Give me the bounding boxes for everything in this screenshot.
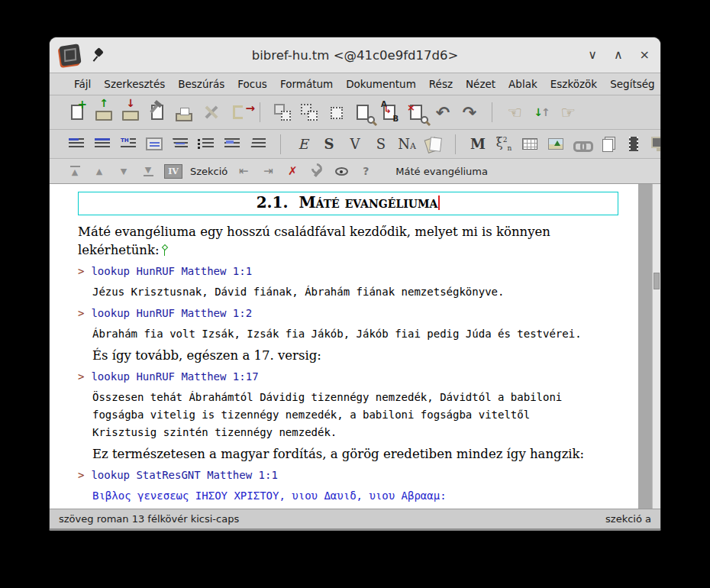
statusbar: szöveg roman 13 félkövér kicsi-caps szek… bbox=[50, 509, 660, 528]
status-right-text: szekció a bbox=[605, 513, 651, 525]
theorem-env-icon[interactable]: TH bbox=[118, 134, 138, 154]
command-output-greek[interactable]: Βιβλος γενεσεως ΙΗΣΟΥ ΧΡΙΣΤΟΥ, υιου Δαυι… bbox=[78, 487, 620, 505]
table-icon[interactable] bbox=[520, 134, 540, 154]
toolbar-separator bbox=[492, 102, 492, 122]
menu-segitseg[interactable]: Segítség bbox=[610, 78, 654, 90]
itemize-icon[interactable] bbox=[196, 134, 216, 154]
prominent-env-icon[interactable] bbox=[144, 134, 164, 154]
paragraph-continue[interactable]: És így tovább, egészen a 17. versig: bbox=[78, 347, 620, 365]
preview-eye-icon[interactable] bbox=[333, 163, 350, 179]
multiple-pages-icon[interactable] bbox=[598, 134, 618, 154]
symbol-icon[interactable]: ξ2n bbox=[494, 134, 514, 154]
link-icon[interactable] bbox=[572, 134, 592, 154]
format-toolbar: TH E S V S NA M ξ2n bbox=[50, 130, 660, 159]
sample-icon[interactable]: S bbox=[371, 134, 391, 154]
menu-szerkesztes[interactable]: Szerkesztés bbox=[104, 78, 165, 90]
float-env-icon[interactable] bbox=[222, 134, 242, 154]
animation-icon[interactable] bbox=[624, 134, 644, 154]
properties-wrench-icon[interactable] bbox=[308, 163, 325, 179]
strong-icon[interactable]: S bbox=[319, 134, 339, 154]
status-left-text: szöveg roman 13 félkövér kicsi-caps bbox=[59, 513, 239, 525]
command-output[interactable]: Összesen tehát Ábrahámtól Dávidig tizenn… bbox=[78, 389, 620, 406]
copy-icon[interactable] bbox=[299, 101, 320, 124]
close-button[interactable]: × bbox=[640, 49, 650, 61]
menu-beszuras[interactable]: Beszúrás bbox=[178, 78, 224, 90]
focus-mode-label[interactable]: Szekció bbox=[190, 166, 228, 177]
delete-focus-icon[interactable]: ✗ bbox=[284, 163, 301, 179]
menu-focus[interactable]: Focus bbox=[237, 78, 267, 90]
command-output[interactable]: Jézus Krisztusnak, Dávid fiának, Ábrahám… bbox=[78, 283, 620, 301]
save-document-icon[interactable]: ↓ bbox=[120, 101, 141, 124]
scrollbar-thumb[interactable] bbox=[654, 273, 660, 289]
focus-context-label: Máté evangéliuma bbox=[395, 166, 488, 177]
menu-formatum[interactable]: Formátum bbox=[280, 78, 333, 90]
focus-last-icon[interactable]: ▼ bbox=[140, 163, 157, 179]
replace-icon[interactable]: A ↳ B bbox=[379, 101, 400, 124]
exit-left-icon[interactable]: ⇤ bbox=[235, 163, 252, 179]
vertical-scrollbar[interactable] bbox=[652, 184, 660, 509]
numbering-toggle-badge[interactable]: IV bbox=[164, 164, 182, 179]
section-style-icon[interactable] bbox=[66, 134, 86, 154]
label-anchor-marker bbox=[161, 244, 167, 256]
indent-env-icon[interactable] bbox=[248, 134, 268, 154]
color-icon[interactable] bbox=[423, 134, 443, 154]
maximize-button[interactable]: ∧ bbox=[614, 49, 623, 61]
redo-icon[interactable]: ↷ bbox=[459, 101, 480, 124]
pin-icon[interactable] bbox=[92, 47, 108, 63]
command-line[interactable]: >lookup HunRUF Matthew 1:2 bbox=[78, 305, 620, 322]
exit-right-icon[interactable]: ⇥ bbox=[260, 163, 276, 179]
toolbar-separator bbox=[280, 134, 281, 154]
focus-first-icon[interactable]: ▲ bbox=[66, 163, 83, 179]
command-output[interactable]: fogságba vitelig is tizennégy nemzedék, … bbox=[78, 406, 620, 424]
undo-icon[interactable]: ↶ bbox=[432, 101, 453, 124]
focus-previous-icon[interactable]: ▲ bbox=[91, 163, 108, 179]
typeset-icon[interactable] bbox=[147, 101, 168, 124]
document-page[interactable]: 2.1.Máté evangéliuma Máté evangéliuma eg… bbox=[50, 184, 638, 509]
command-output[interactable]: Ábrahám fia volt Izsák, Izsák fia Jákób,… bbox=[78, 325, 620, 343]
section-focus-box[interactable]: 2.1.Máté evangéliuma bbox=[78, 192, 618, 215]
quote-env-icon[interactable] bbox=[170, 134, 190, 154]
command-line[interactable]: >lookup StatResGNT Matthew 1:1 bbox=[78, 467, 620, 484]
toolbar-separator bbox=[455, 134, 456, 154]
command-line[interactable]: >lookup HunRUF Matthew 1:17 bbox=[78, 368, 620, 386]
command-line[interactable]: >lookup StatResGNT Matthew 1:2 bbox=[78, 508, 620, 509]
spellcheck-icon[interactable]: × bbox=[405, 101, 427, 124]
command-output[interactable]: Krisztusig szintén tizennégy nemzedék. bbox=[78, 424, 620, 441]
print-icon[interactable] bbox=[173, 101, 195, 124]
cut-icon[interactable] bbox=[272, 101, 293, 124]
focus-next-icon[interactable]: ▼ bbox=[115, 163, 132, 179]
verbatim-icon[interactable]: V bbox=[345, 134, 365, 154]
menu-fajl[interactable]: Fájl bbox=[74, 78, 91, 90]
toolbar-separator bbox=[260, 102, 260, 122]
document-canvas[interactable]: 2.1.Máté evangéliuma Máté evangéliuma eg… bbox=[50, 184, 660, 509]
find-icon[interactable] bbox=[352, 101, 373, 124]
preferences-icon[interactable] bbox=[200, 101, 221, 124]
name-icon[interactable]: NA bbox=[397, 134, 417, 154]
new-document-icon[interactable]: + bbox=[66, 101, 88, 124]
forward-icon[interactable]: ☞ bbox=[557, 101, 579, 124]
math-icon[interactable]: M bbox=[468, 134, 488, 154]
presentation-icon[interactable] bbox=[650, 134, 661, 154]
window-title: bibref-hu.tm <@41c0e9fd17d6> bbox=[50, 48, 660, 63]
titlebar[interactable]: bibref-hu.tm <@41c0e9fd17d6> ∨ ∧ × bbox=[50, 37, 660, 73]
menu-ablak[interactable]: Ablak bbox=[508, 78, 537, 90]
paragraph-intro[interactable]: Máté evangéliuma egy hosszú családfával … bbox=[78, 223, 620, 260]
reload-icon[interactable]: ↓↑ bbox=[531, 101, 552, 124]
menu-dokumentum[interactable]: Dokumentum bbox=[346, 78, 416, 90]
minimize-button[interactable]: ∨ bbox=[588, 49, 597, 61]
open-document-icon[interactable]: ↑ bbox=[93, 101, 115, 124]
image-icon[interactable] bbox=[546, 134, 566, 154]
paste-icon[interactable] bbox=[325, 101, 347, 124]
back-icon[interactable]: ☜ bbox=[504, 101, 525, 124]
export-icon[interactable]: → bbox=[227, 101, 248, 124]
paragraph-style-icon[interactable] bbox=[92, 134, 112, 154]
menu-resz[interactable]: Rész bbox=[429, 78, 453, 90]
menu-nezet[interactable]: Nézet bbox=[466, 78, 495, 90]
command-line[interactable]: >lookup HunRUF Matthew 1:1 bbox=[78, 263, 620, 280]
emphasis-icon[interactable]: E bbox=[293, 134, 313, 154]
menubar: Fájl Szerkesztés Beszúrás Focus Formátum… bbox=[50, 73, 660, 95]
paragraph-greek-intro[interactable]: Ez természetesen a magyar fordítás, a gö… bbox=[78, 445, 620, 464]
section-heading[interactable]: 2.1.Máté evangéliuma bbox=[257, 193, 441, 212]
help-icon[interactable]: ? bbox=[357, 163, 374, 179]
menu-eszkozok[interactable]: Eszközök bbox=[550, 78, 597, 90]
